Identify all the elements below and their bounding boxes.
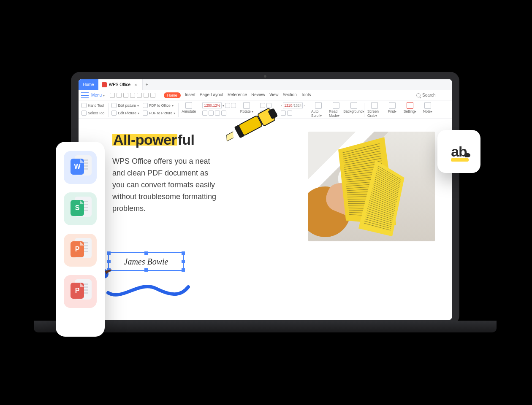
menu-button[interactable]: Menu ▾ — [91, 93, 107, 97]
annotate-button[interactable]: Annotate — [180, 102, 197, 113]
app-pdf-button[interactable]: P — [64, 275, 97, 308]
annotate-icon — [185, 102, 192, 109]
app-writer-button[interactable]: W — [64, 151, 97, 184]
zoom-out-icon[interactable] — [225, 103, 230, 108]
screen-grab-button[interactable]: Screen Grab▾ — [366, 102, 383, 118]
edit-icon — [111, 111, 117, 116]
convert-icon — [143, 103, 148, 108]
search-box[interactable] — [416, 93, 448, 97]
menu-bar: Menu ▾ Home Insert Page Layout Reference… — [79, 90, 452, 100]
edit-picture-button[interactable]: Edit picture▾ — [111, 102, 139, 109]
zoom-value[interactable]: 1250.12% — [202, 103, 222, 108]
thumb-icon[interactable] — [287, 111, 292, 116]
writer-icon: W — [71, 159, 84, 175]
zoom-control[interactable]: 1250.12%▾ — [202, 102, 236, 109]
zoom-in-icon[interactable] — [231, 103, 236, 108]
rotate-icon — [243, 102, 250, 109]
quick-access — [107, 93, 158, 98]
qa-icon[interactable] — [137, 93, 142, 98]
qa-icon[interactable] — [117, 93, 122, 98]
auto-scroll-button[interactable]: Auto Scroll▾ — [310, 102, 327, 118]
ribbon-tab-home[interactable]: Home — [164, 92, 181, 98]
pdf-app-icon: P — [71, 283, 84, 299]
scroll-icon — [315, 102, 322, 109]
gear-icon — [407, 102, 413, 109]
note-button[interactable]: Note▾ — [419, 102, 436, 113]
moon-icon — [350, 102, 357, 109]
ribbon-tab-page-layout[interactable]: Page Layout — [200, 92, 223, 98]
zoom-tools — [202, 110, 236, 116]
capture-icon — [371, 102, 378, 109]
ribbon-tab-insert[interactable]: Insert — [185, 92, 195, 98]
ribbon-tab-review[interactable]: Review — [251, 92, 265, 98]
tab-document[interactable]: WPS Office × — [98, 79, 143, 90]
cursor-icon — [81, 111, 87, 116]
camera-dot — [264, 75, 266, 78]
headline-highlighted: All-power — [112, 132, 177, 148]
headline-rest: ful — [177, 132, 194, 148]
search-icon — [389, 102, 396, 109]
hand-tool-button[interactable]: Hand Tool — [81, 102, 105, 109]
select-tool-button[interactable]: Select Tool — [81, 110, 105, 116]
ribbon-tab-tools[interactable]: Tools — [301, 92, 311, 98]
qa-icon[interactable] — [130, 93, 135, 98]
undo-icon[interactable] — [144, 93, 149, 98]
tab-home[interactable]: Home — [79, 79, 98, 90]
next-page-button[interactable]: › — [304, 104, 305, 108]
redo-icon[interactable] — [150, 93, 155, 98]
ab-badge: ab — [437, 130, 480, 173]
page-icon[interactable] — [260, 103, 265, 108]
note-icon — [424, 102, 431, 109]
app-spreadsheet-button[interactable]: S — [64, 192, 97, 225]
qa-icon[interactable] — [123, 93, 128, 98]
pdf-to-picture-button[interactable]: PDF to Picture▾ — [143, 110, 175, 116]
setting-button[interactable]: Setting▾ — [402, 102, 418, 113]
book-icon — [333, 102, 339, 109]
read-mode-button[interactable]: Read Mode▾ — [328, 102, 345, 118]
prev-page-button[interactable]: ‹ — [281, 104, 282, 108]
ribbon-tab-reference[interactable]: Reference — [228, 92, 247, 98]
image-icon — [143, 111, 148, 116]
apps-sidebar: W S P P — [56, 142, 105, 337]
ribbon-tabs: Home Insert Page Layout Reference Review… — [164, 92, 311, 98]
signature-selection[interactable]: James Bowie — [108, 252, 184, 277]
fit-icon[interactable] — [202, 111, 207, 116]
add-tab-button[interactable]: + — [143, 82, 151, 87]
page-navigator[interactable]: ‹ 1210/1324 › — [281, 102, 305, 109]
search-icon — [416, 93, 421, 97]
edit-icon — [111, 103, 117, 108]
pdf-icon — [102, 82, 107, 87]
search-input[interactable] — [422, 93, 448, 97]
signature-stroke — [106, 278, 190, 304]
page-total: /1324 — [293, 103, 301, 108]
ab-logo: ab — [451, 143, 467, 160]
spreadsheet-icon: S — [71, 200, 84, 216]
background-button[interactable]: Background▾ — [345, 102, 362, 113]
app-presentation-button[interactable]: P — [64, 234, 97, 267]
ribbon-tab-section[interactable]: Section — [282, 92, 296, 98]
title-bar: Home WPS Office × + — [79, 79, 452, 90]
fit-icon[interactable] — [215, 111, 220, 116]
hand-icon — [81, 103, 87, 108]
hero-image — [308, 132, 435, 241]
pdf-to-office-button[interactable]: PDF to Office▾ — [143, 102, 175, 109]
qa-icon[interactable] — [110, 93, 115, 98]
fit-icon[interactable] — [221, 111, 226, 116]
hamburger-icon[interactable] — [81, 92, 89, 98]
tab-document-label: WPS Office — [109, 82, 131, 87]
edit-picture2-button[interactable]: Edit Picture▾ — [111, 110, 139, 116]
tab-close-button[interactable]: × — [133, 82, 138, 87]
rotate-button[interactable]: Rotate ▾ — [238, 102, 255, 113]
body-text: WPS Office offers you a neat and clean P… — [112, 156, 222, 214]
find-button[interactable]: Find▾ — [384, 102, 401, 113]
page-current[interactable]: 1210 — [284, 103, 292, 108]
signature-text: James Bowie — [124, 257, 168, 267]
presentation-icon: P — [71, 241, 84, 257]
ribbon-tab-view[interactable]: View — [269, 92, 279, 98]
fit-icon[interactable] — [209, 111, 214, 116]
thumb-icon[interactable] — [281, 111, 286, 116]
